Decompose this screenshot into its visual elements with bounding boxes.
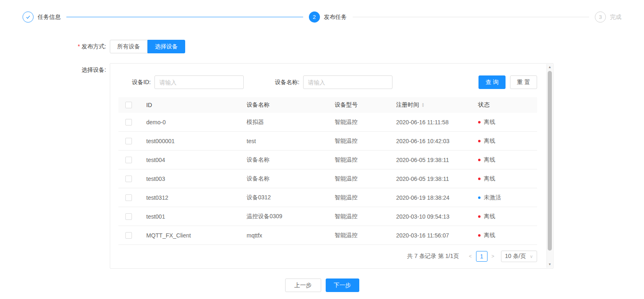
column-header-time: 注册时间▲▼ [396, 101, 478, 109]
page-size-select[interactable]: 10 条/页 ∨ [501, 251, 537, 262]
status-dot [478, 234, 481, 237]
cell-device-id: test000001 [146, 138, 247, 144]
cell-device-id: test0312 [146, 194, 247, 201]
step2-label: 发布任务 [324, 14, 347, 21]
reset-button[interactable]: 重 置 [510, 75, 537, 89]
status-text: 离线 [484, 156, 495, 164]
step1-check-icon [23, 11, 34, 23]
step3-number: 3 [595, 11, 606, 23]
cell-device-model: 智能温控 [335, 156, 396, 164]
prev-page-arrow[interactable]: < [467, 253, 474, 259]
cell-register-time: 2020-03-10 09:54:13 [396, 213, 478, 220]
select-device-row: 选择设备: 设备ID: 设备名称: 查 询 重 置 ID 设备名称 设备 [0, 63, 644, 269]
step-connector-done [66, 17, 303, 17]
cell-register-time: 2020-06-16 10:42:03 [396, 138, 478, 144]
device-id-input[interactable] [154, 75, 244, 89]
next-page-arrow[interactable]: > [489, 253, 497, 259]
step2-number: 2 [309, 11, 320, 23]
scrollbar-thumb[interactable] [548, 71, 552, 251]
cell-device-model: 智能温控 [335, 137, 396, 145]
cell-device-name: 温控设备0309 [247, 213, 335, 220]
cell-register-time: 2020-06-05 19:38:11 [396, 176, 478, 182]
cell-device-model: 智能温控 [335, 213, 396, 220]
column-header-id: ID [146, 102, 247, 108]
wizard-footer: 上一步 下一步 [0, 278, 644, 292]
cell-status: 离线 [478, 213, 537, 220]
cell-device-id: test004 [146, 157, 247, 163]
cell-status: 未激活 [478, 194, 537, 201]
cell-register-time: 2020-03-16 11:56:07 [396, 232, 478, 239]
cell-device-id: MQTT_FX_Client [146, 232, 247, 239]
previous-step-button[interactable]: 上一步 [285, 278, 321, 292]
next-step-button[interactable]: 下一步 [326, 278, 359, 292]
status-text: 离线 [484, 119, 495, 126]
cell-status: 离线 [478, 175, 537, 183]
cell-device-id: demo-0 [146, 119, 247, 126]
table-row: test001 温控设备0309 智能温控 2020-03-10 09:54:1… [118, 207, 537, 226]
status-dot [478, 140, 481, 142]
device-name-label: 设备名称: [275, 79, 299, 86]
cell-device-model: 智能温控 [335, 194, 396, 201]
row-checkbox[interactable] [125, 213, 132, 220]
sort-icon[interactable]: ▲▼ [422, 103, 424, 107]
row-checkbox[interactable] [125, 194, 132, 201]
current-page-button[interactable]: 1 [476, 251, 488, 262]
step-task-info: 任务信息 [23, 11, 61, 23]
required-asterisk: * [78, 43, 80, 50]
status-dot [478, 196, 481, 199]
device-table: ID 设备名称 设备型号 注册时间▲▼ 状态 demo-0 模拟器 智能温控 2… [118, 97, 537, 245]
row-checkbox[interactable] [125, 157, 132, 163]
panel-scrollbar[interactable]: ▲ ▼ [546, 64, 553, 268]
table-row: test004 设备名称 智能温控 2020-06-05 19:38:11 离线 [118, 151, 537, 169]
all-devices-button[interactable]: 所有设备 [110, 40, 147, 53]
status-text: 未激活 [484, 194, 501, 201]
step-finish: 3 完成 [595, 11, 621, 23]
cell-device-name: 设备名称 [247, 175, 335, 183]
table-row: test003 设备名称 智能温控 2020-06-05 19:38:11 离线 [118, 169, 537, 188]
row-checkbox[interactable] [125, 232, 132, 239]
scroll-down-icon[interactable]: ▼ [547, 261, 553, 268]
device-selection-panel: 设备ID: 设备名称: 查 询 重 置 ID 设备名称 设备型号 注册时间▲▼ [110, 63, 553, 269]
row-checkbox[interactable] [125, 119, 132, 126]
table-row: MQTT_FX_Client mqttfx 智能温控 2020-03-16 11… [118, 226, 537, 245]
scroll-up-icon[interactable]: ▲ [547, 64, 553, 71]
step-publish-task: 2 发布任务 [309, 11, 347, 23]
status-text: 离线 [484, 213, 495, 220]
status-dot [478, 159, 481, 161]
publish-method-toggle: 所有设备 选择设备 [110, 40, 185, 53]
status-text: 离线 [484, 137, 495, 145]
chevron-down-icon: ∨ [530, 254, 533, 259]
pagination-total-text: 共 7 条记录 第 1/1页 [407, 253, 459, 260]
publish-method-label: *发布方式: [0, 40, 110, 53]
select-all-checkbox[interactable] [125, 102, 132, 108]
row-checkbox[interactable] [125, 176, 132, 182]
cell-device-name: test [247, 138, 335, 144]
cell-device-name: mqttfx [247, 232, 335, 239]
search-button[interactable]: 查 询 [478, 75, 506, 89]
cell-device-model: 智能温控 [335, 119, 396, 126]
cell-status: 离线 [478, 137, 537, 145]
pagination-bar: 共 7 条记录 第 1/1页 < 1 > 10 条/页 ∨ [118, 251, 537, 262]
table-row: demo-0 模拟器 智能温控 2020-06-16 11:11:58 离线 [118, 113, 537, 132]
device-filter-row: 设备ID: 设备名称: 查 询 重 置 [118, 75, 537, 89]
status-text: 离线 [484, 232, 495, 239]
device-name-input[interactable] [303, 75, 392, 89]
cell-device-id: test001 [146, 213, 247, 220]
cell-register-time: 2020-06-19 18:38:24 [396, 194, 478, 201]
steps-bar: 任务信息 2 发布任务 3 完成 [0, 0, 644, 23]
row-checkbox[interactable] [125, 138, 132, 144]
select-devices-button[interactable]: 选择设备 [147, 40, 185, 53]
cell-device-model: 智能温控 [335, 232, 396, 239]
cell-register-time: 2020-06-05 19:38:11 [396, 157, 478, 163]
table-row: test000001 test 智能温控 2020-06-16 10:42:03… [118, 132, 537, 151]
column-header-model: 设备型号 [335, 101, 396, 109]
cell-device-model: 智能温控 [335, 175, 396, 183]
column-header-name: 设备名称 [247, 101, 335, 109]
status-dot [478, 121, 481, 123]
status-dot [478, 215, 481, 218]
check-icon [25, 14, 31, 20]
cell-device-id: test003 [146, 176, 247, 182]
status-dot [478, 178, 481, 180]
cell-status: 离线 [478, 156, 537, 164]
cell-device-name: 模拟器 [247, 119, 335, 126]
